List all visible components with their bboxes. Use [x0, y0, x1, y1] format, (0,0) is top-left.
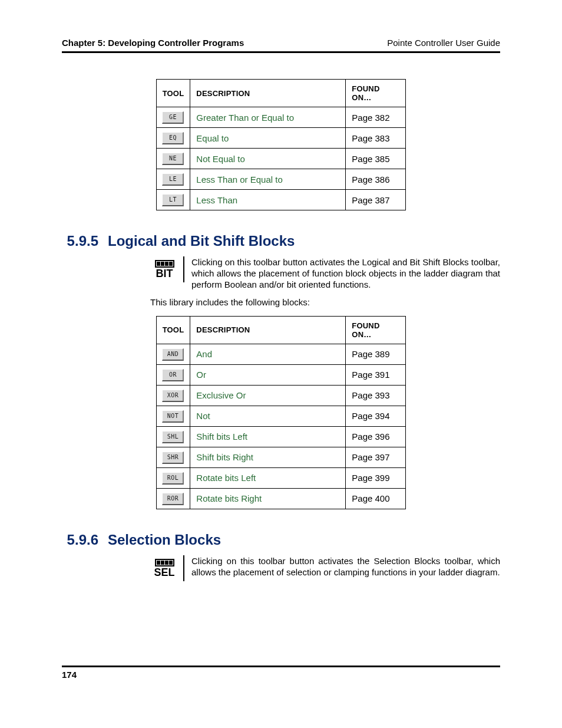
col-description: DESCRIPTION	[190, 316, 346, 344]
tool-description: Shift bits Left	[190, 426, 346, 447]
page-number: 174	[62, 670, 77, 680]
page-ref[interactable]: Page 399	[346, 467, 406, 488]
tool-description: Shift bits Right	[190, 447, 346, 467]
page-footer: 174	[62, 666, 500, 680]
or-tool-button[interactable]: OR	[162, 369, 184, 381]
comparison-blocks-table: TOOL DESCRIPTION FOUND ON… GE Greater Th…	[156, 79, 406, 210]
section-596-intro-row: SEL Clicking on this toolbar button acti…	[150, 555, 500, 581]
section-title: Selection Blocks	[108, 532, 221, 548]
section-title: Logical and Bit Shift Blocks	[108, 233, 295, 249]
table-row: LT Less Than Page 387	[156, 190, 406, 210]
page-ref[interactable]: Page 382	[346, 107, 406, 128]
table-row: EQ Equal to Page 383	[156, 128, 406, 149]
tool-description: Less Than	[190, 190, 346, 210]
guide-title: Pointe Controller User Guide	[387, 38, 500, 48]
section-heading-595: 5.9.5 Logical and Bit Shift Blocks	[57, 233, 500, 249]
section-595-intro-text: This library includes the following bloc…	[150, 297, 500, 308]
section-heading-596: 5.9.6 Selection Blocks	[57, 532, 500, 548]
col-description: DESCRIPTION	[190, 80, 346, 107]
ror-tool-button[interactable]: ROR	[162, 493, 184, 505]
page-ref[interactable]: Page 400	[346, 488, 406, 509]
page-ref[interactable]: Page 386	[346, 169, 406, 190]
section-596-paragraph: Clicking on this toolbar button activate…	[191, 555, 500, 581]
page-ref[interactable]: Page 391	[346, 364, 406, 385]
table-row: NE Not Equal to Page 385	[156, 149, 406, 169]
table-row: LE Less Than or Equal to Page 386	[156, 169, 406, 190]
chapter-title: Chapter 5: Developing Controller Program…	[62, 38, 244, 48]
page-ref[interactable]: Page 397	[346, 447, 406, 467]
table-row: ROR Rotate bits Right Page 400	[156, 488, 406, 509]
shr-tool-button[interactable]: SHR	[162, 452, 184, 464]
tool-description: Rotate bits Left	[190, 467, 346, 488]
page: Chapter 5: Developing Controller Program…	[0, 0, 562, 728]
col-tool: TOOL	[156, 316, 190, 344]
table-row: OR Or Page 391	[156, 364, 406, 385]
col-tool: TOOL	[156, 80, 190, 107]
running-header: Chapter 5: Developing Controller Program…	[62, 38, 500, 53]
page-ref[interactable]: Page 389	[346, 344, 406, 364]
lt-tool-button[interactable]: LT	[162, 194, 184, 206]
shl-tool-button[interactable]: SHL	[162, 431, 184, 443]
page-ref[interactable]: Page 393	[346, 385, 406, 406]
col-found-on: FOUND ON…	[346, 80, 406, 107]
tool-description: And	[190, 344, 346, 364]
table-header-row: TOOL DESCRIPTION FOUND ON…	[156, 316, 406, 344]
section-number: 5.9.6	[57, 532, 98, 548]
tool-description: Less Than or Equal to	[190, 169, 346, 190]
table-header-row: TOOL DESCRIPTION FOUND ON…	[156, 80, 406, 107]
sel-toolbar-icon: SEL	[150, 555, 184, 581]
table-row: SHL Shift bits Left Page 396	[156, 426, 406, 447]
table-row: GE Greater Than or Equal to Page 382	[156, 107, 406, 128]
ne-tool-button[interactable]: NE	[162, 153, 184, 165]
table-row: ROL Rotate bits Left Page 399	[156, 467, 406, 488]
tool-description: Not Equal to	[190, 149, 346, 169]
section-number: 5.9.5	[57, 233, 98, 249]
icon-label: BIT	[156, 268, 173, 279]
toolbar-bars-icon	[155, 260, 174, 268]
toolbar-bars-icon	[155, 559, 174, 566]
tool-description: Or	[190, 364, 346, 385]
tool-description: Equal to	[190, 128, 346, 149]
section-595-paragraph: Clicking on this toolbar button activate…	[191, 256, 500, 291]
table-row: AND And Page 389	[156, 344, 406, 364]
col-found-on: FOUND ON…	[346, 316, 406, 344]
table-row: SHR Shift bits Right Page 397	[156, 447, 406, 467]
tool-description: Greater Than or Equal to	[190, 107, 346, 128]
and-tool-button[interactable]: AND	[162, 348, 184, 361]
logical-bitshift-table: TOOL DESCRIPTION FOUND ON… AND And Page …	[156, 316, 406, 509]
page-ref[interactable]: Page 387	[346, 190, 406, 210]
page-ref[interactable]: Page 394	[346, 406, 406, 426]
icon-label: SEL	[154, 567, 174, 578]
tool-description: Exclusive Or	[190, 385, 346, 406]
tool-description: Rotate bits Right	[190, 488, 346, 509]
table-row: XOR Exclusive Or Page 393	[156, 385, 406, 406]
ge-tool-button[interactable]: GE	[162, 111, 184, 124]
tool-description: Not	[190, 406, 346, 426]
xor-tool-button[interactable]: XOR	[162, 390, 184, 402]
page-ref[interactable]: Page 383	[346, 128, 406, 149]
rol-tool-button[interactable]: ROL	[162, 472, 184, 485]
page-ref[interactable]: Page 396	[346, 426, 406, 447]
table-row: NOT Not Page 394	[156, 406, 406, 426]
not-tool-button[interactable]: NOT	[162, 410, 184, 423]
eq-tool-button[interactable]: EQ	[162, 132, 184, 144]
page-ref[interactable]: Page 385	[346, 149, 406, 169]
section-595-intro-row: BIT Clicking on this toolbar button acti…	[150, 256, 500, 291]
bit-toolbar-icon: BIT	[150, 256, 184, 282]
le-tool-button[interactable]: LE	[162, 173, 184, 186]
